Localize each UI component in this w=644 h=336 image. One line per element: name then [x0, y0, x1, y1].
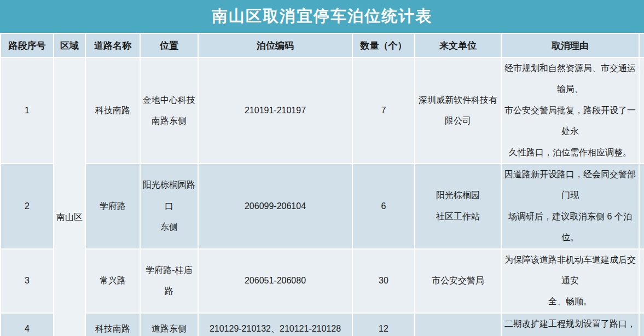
cell-codes: 206051-206080: [198, 249, 352, 313]
cell-qty: 12: [352, 313, 415, 336]
cell-unit: 深圳威新软件科技有 限公司: [415, 57, 501, 164]
cell-qty: 30: [352, 249, 415, 313]
cell-reason: 因道路新开设路口，经会同交警部门现 场调研后，建议取消东侧 6 个泊位。: [501, 164, 639, 249]
page-title: 南山区取消宜停车泊位统计表: [212, 5, 432, 27]
cell-road: 科技南路: [85, 57, 140, 164]
cell-road: 常兴路: [85, 249, 140, 313]
cell-seq: 3: [1, 249, 54, 313]
column-header-road: 道路名称: [85, 33, 140, 57]
cell-codes: 210129-210132、210121-210128: [198, 313, 352, 336]
cell-reason-merged: 二期改扩建工程规划设置了路口，需对 泊位作相应调整。: [501, 313, 639, 336]
cell-reason: 为保障该道路非机动车道建成后交通安 全、畅顺。: [501, 249, 639, 313]
parking-table: 路段序号 区域 道路名称 位置 泊位编码 数量（个） 来文单位 取消理由 1 南…: [0, 33, 644, 336]
table-row: 4 科技南路 道路东侧 210129-210132、210121-210128 …: [1, 313, 644, 336]
cell-road: 学府路: [85, 164, 140, 249]
edge-sliver: [639, 164, 644, 249]
cell-qty: 7: [352, 57, 415, 164]
cell-reason: 经市规划和自然资源局、市交通运输局、 市公安交警局批复，路段开设了一处永 久性路…: [501, 57, 639, 164]
cell-qty: 6: [352, 164, 415, 249]
cell-seq: 4: [1, 313, 54, 336]
cell-position: 阳光棕榈园路 口 东侧: [140, 164, 198, 249]
column-header-seq: 路段序号: [1, 33, 54, 57]
title-band: 南山区取消宜停车泊位统计表: [0, 0, 644, 33]
cell-seq: 1: [1, 57, 54, 164]
column-header-qty: 数量（个）: [352, 33, 415, 57]
edge-sliver: [639, 249, 644, 313]
edge-sliver: [639, 57, 644, 164]
cell-region-merged: 南山区: [54, 57, 85, 336]
cell-road: 科技南路: [85, 313, 140, 336]
table-row: 3 常兴路 学府路-桂庙路 206051-206080 30 市公安交警局 为保…: [1, 249, 644, 313]
column-header-reason: 取消理由: [501, 33, 639, 57]
cell-unit-merged: 南山区建筑工务署: [415, 313, 501, 336]
header-row: 路段序号 区域 道路名称 位置 泊位编码 数量（个） 来文单位 取消理由: [1, 33, 644, 57]
column-header-codes: 泊位编码: [198, 33, 352, 57]
cell-codes: 206099-206104: [198, 164, 352, 249]
column-header-position: 位置: [140, 33, 198, 57]
edge-sliver: [639, 313, 644, 336]
cell-unit: 市公安交警局: [415, 249, 501, 313]
table-row: 2 学府路 阳光棕榈园路 口 东侧 206099-206104 6 阳光棕榈园 …: [1, 164, 644, 249]
cell-seq: 2: [1, 164, 54, 249]
cell-unit: 阳光棕榈园 社区工作站: [415, 164, 501, 249]
column-header-unit: 来文单位: [415, 33, 501, 57]
edge-sliver: [639, 33, 644, 57]
table-row: 1 南山区 科技南路 金地中心科技 南路东侧 210191-210197 7 深…: [1, 57, 644, 164]
cell-codes: 210191-210197: [198, 57, 352, 164]
cell-position: 道路东侧: [140, 313, 198, 336]
cell-position: 学府路-桂庙路: [140, 249, 198, 313]
column-header-region: 区域: [54, 33, 85, 57]
cell-position: 金地中心科技 南路东侧: [140, 57, 198, 164]
